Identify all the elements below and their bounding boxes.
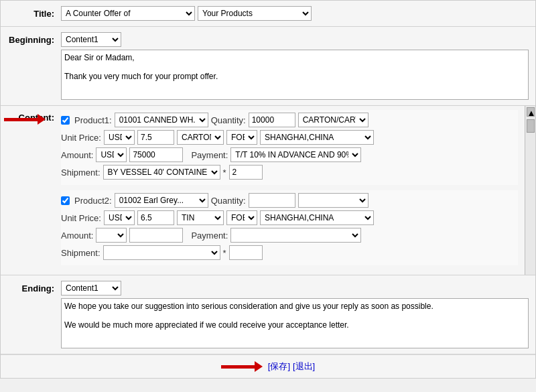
payment1-label: Payment: [191, 150, 228, 160]
shipment1-qty[interactable] [229, 165, 263, 180]
currency1-select[interactable]: USD [104, 130, 135, 145]
your-products-select[interactable]: Your Products [198, 6, 312, 21]
asterisk1: * [223, 168, 226, 178]
unitprice1-label: Unit Price: [61, 133, 101, 143]
product2-select[interactable]: 01002 Earl Grey... [115, 193, 208, 208]
shipment1-select[interactable]: BY VESSEL 40' CONTAINER [103, 165, 220, 180]
counter-offer-select[interactable]: A Counter Offer of [61, 6, 195, 21]
ending-textarea[interactable] [61, 298, 529, 348]
product2-block: Product2: 01002 Earl Grey... Quantity: [61, 190, 518, 265]
amount-currency2-select[interactable] [96, 228, 127, 243]
amount1-label: Amount: [61, 150, 93, 160]
asterisk2: * [223, 248, 226, 258]
product1-label: Product1: [74, 115, 112, 125]
ending-dropdown[interactable]: Content1 [61, 281, 121, 296]
unit2-select[interactable] [298, 193, 368, 208]
payment2-select[interactable] [230, 228, 361, 243]
amount2-label: Amount: [61, 231, 93, 241]
ending-label: Ending: [7, 281, 61, 293]
port1-select[interactable]: SHANGHAI,CHINA [260, 130, 374, 145]
title-label: Title: [7, 6, 61, 19]
currency2-select[interactable]: USD [104, 210, 135, 225]
payment2-label: Payment: [191, 231, 228, 241]
content-scrollbar[interactable]: ▲ [525, 106, 535, 275]
unitprice2-label: Unit Price: [61, 213, 101, 223]
unit1-select[interactable]: CARTON/CARTONS [298, 113, 368, 127]
quantity2-label: Quantity: [211, 196, 246, 206]
beginning-dropdown[interactable]: Content1 [61, 32, 121, 47]
product1-block: Product1: 01001 CANNED WH... Quantity: C… [61, 110, 518, 185]
amount-currency1-select[interactable]: USD [96, 147, 127, 162]
price2-input[interactable] [137, 210, 174, 225]
amount1-input[interactable] [129, 147, 183, 162]
quantity1-label: Quantity: [211, 115, 246, 125]
fob1-select[interactable]: FOB [226, 130, 257, 145]
product1-select[interactable]: 01001 CANNED WH... [115, 113, 208, 127]
shipment2-qty[interactable] [229, 245, 263, 260]
quantity2-input[interactable] [249, 193, 295, 208]
amount2-input[interactable] [129, 228, 183, 243]
carton2-select[interactable]: TIN [177, 210, 224, 225]
exit-button[interactable]: [退出] [293, 361, 315, 373]
beginning-textarea[interactable] [61, 50, 529, 100]
payment1-select[interactable]: T/T 10% IN ADVANCE AND 90%... [230, 147, 361, 162]
beginning-label: Beginning: [7, 32, 61, 45]
port2-select[interactable]: SHANGHAI,CHINA [260, 210, 374, 225]
price1-input[interactable] [137, 130, 174, 145]
save-button[interactable]: [保存] [268, 361, 290, 373]
quantity1-input[interactable] [249, 113, 295, 127]
product2-label: Product2: [74, 196, 112, 206]
arrow-indicator [4, 114, 46, 125]
shipment2-select[interactable] [103, 245, 220, 260]
product1-checkbox[interactable] [61, 116, 70, 125]
fob2-select[interactable]: FOB [226, 210, 257, 225]
shipment1-label: Shipment: [61, 168, 100, 178]
carton1-select[interactable]: CARTON [177, 130, 224, 145]
product2-checkbox[interactable] [61, 196, 70, 205]
shipment2-label: Shipment: [61, 248, 100, 258]
footer-arrow [221, 361, 263, 372]
